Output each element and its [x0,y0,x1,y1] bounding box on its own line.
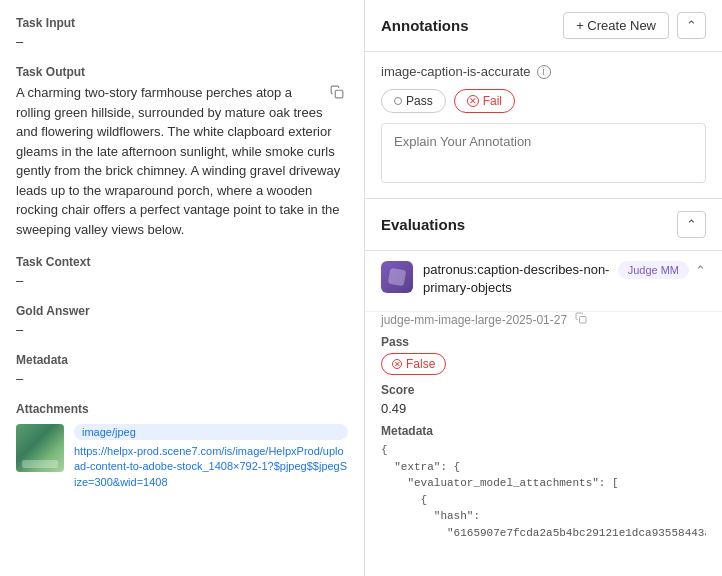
evaluations-collapse-button[interactable]: ⌃ [677,211,706,238]
task-output-value: A charming two-story farmhouse perches a… [16,83,348,239]
fail-x-icon: ✕ [467,95,479,107]
info-icon[interactable]: i [537,65,551,79]
metadata-section: Metadata – [16,353,348,386]
pass-dot-icon [394,97,402,105]
eval-icon-inner [388,268,407,287]
eval-details: judge-mm-image-large-2025-01-27 Pass ✕ F… [365,312,722,551]
evaluations-title: Evaluations [381,216,465,233]
attachment-info: image/jpeg https://helpx-prod.scene7.com… [74,424,348,490]
eval-sub-label: judge-mm-image-large-2025-01-27 [381,313,567,327]
task-output-label: Task Output [16,65,348,79]
annotations-body: image-caption-is-accurate i Pass ✕ Fail [365,52,722,199]
gold-answer-value: – [16,322,348,337]
mime-badge: image/jpeg [74,424,348,440]
attachment-thumbnail [16,424,64,472]
metadata-label: Metadata [16,353,348,367]
task-context-section: Task Context – [16,255,348,288]
task-input-label: Task Input [16,16,348,30]
judge-mm-badge: Judge MM [618,261,689,279]
pass-button[interactable]: Pass [381,89,446,113]
false-x-icon: ✕ [392,359,402,369]
eval-icon [381,261,413,293]
attachments-label: Attachments [16,402,348,416]
eval-metadata-content: { "extra": { "evaluator_model_attachment… [381,442,706,541]
false-badge: ✕ False [381,353,446,375]
attachment-item: image/jpeg https://helpx-prod.scene7.com… [16,424,348,490]
copy-eval-sub-button[interactable] [573,312,589,327]
eval-name: patronus:caption-describes-non-primary-o… [423,261,618,297]
explain-annotation-input[interactable] [381,123,706,183]
attachments-section: Attachments image/jpeg https://helpx-pro… [16,402,348,490]
fail-button[interactable]: ✕ Fail [454,89,515,113]
task-output-section: Task Output A charming two-story farmhou… [16,65,348,239]
right-panel: Annotations + Create New ⌃ image-caption… [365,0,722,576]
score-value: 0.49 [381,401,706,416]
pass-fail-row: Pass ✕ Fail [381,89,706,113]
annotation-name: image-caption-is-accurate [381,64,531,79]
evaluations-chevron-up-icon: ⌃ [686,217,697,232]
svg-rect-1 [580,317,587,324]
eval-right: Judge MM ⌃ [618,261,706,279]
svg-rect-0 [335,90,343,98]
header-actions: + Create New ⌃ [563,12,706,39]
task-input-value: – [16,34,348,49]
attachment-link[interactable]: https://helpx-prod.scene7.com/is/image/H… [74,444,348,490]
metadata-value: – [16,371,348,386]
create-new-button[interactable]: + Create New [563,12,669,39]
eval-metadata-label: Metadata [381,424,706,438]
evaluations-header: Evaluations ⌃ [365,199,722,251]
eval-name-block: patronus:caption-describes-non-primary-o… [423,261,618,297]
left-panel: Task Input – Task Output A charming two-… [0,0,365,576]
task-context-label: Task Context [16,255,348,269]
score-field-label: Score [381,383,706,397]
eval-pass-section: Pass ✕ False [381,335,706,375]
copy-output-button[interactable] [326,83,348,104]
eval-item-header: patronus:caption-describes-non-primary-o… [381,261,706,297]
eval-chevron-up-icon[interactable]: ⌃ [695,263,706,278]
annotations-collapse-button[interactable]: ⌃ [677,12,706,39]
annotations-title: Annotations [381,17,469,34]
gold-answer-section: Gold Answer – [16,304,348,337]
task-input-section: Task Input – [16,16,348,49]
eval-sub-row: judge-mm-image-large-2025-01-27 [381,312,706,327]
chevron-up-icon: ⌃ [686,18,697,33]
eval-pass-label: Pass [381,335,706,349]
eval-metadata-section: Metadata { "extra": { "evaluator_model_a… [381,424,706,541]
gold-answer-label: Gold Answer [16,304,348,318]
eval-item: patronus:caption-describes-non-primary-o… [365,251,722,312]
annotation-name-row: image-caption-is-accurate i [381,64,706,79]
task-context-value: – [16,273,348,288]
score-section: Score 0.49 [381,383,706,416]
eval-item-left: patronus:caption-describes-non-primary-o… [381,261,618,297]
annotations-header: Annotations + Create New ⌃ [365,0,722,52]
